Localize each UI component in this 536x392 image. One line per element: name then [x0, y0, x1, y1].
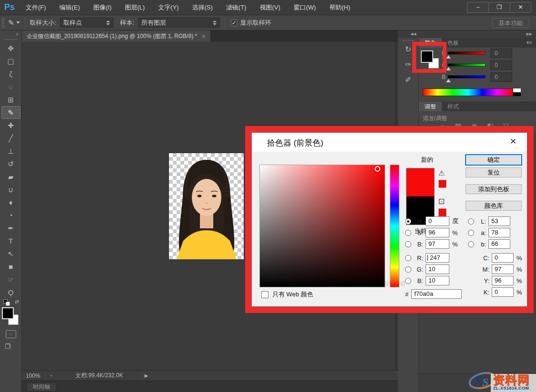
healing-brush-tool[interactable]: ✚	[1, 119, 20, 132]
hue-thumb-right-icon[interactable]	[401, 281, 404, 286]
quick-selection-tool[interactable]: ◌	[1, 80, 20, 93]
clone-source-panel-icon[interactable]: ✐	[400, 72, 417, 87]
pen-tool[interactable]: ✒	[1, 222, 20, 235]
close-tab-icon[interactable]: ×	[202, 33, 206, 40]
photo-canvas-image[interactable]	[169, 153, 244, 259]
color-field-marker-icon[interactable]	[375, 166, 380, 172]
options-grip[interactable]	[2, 18, 4, 28]
menu-item[interactable]: 选择(S)	[185, 0, 219, 15]
menu-item[interactable]: 视图(V)	[253, 0, 287, 15]
field-radio[interactable]	[405, 255, 411, 261]
collapse-panels-icon[interactable]: ◀◀	[410, 32, 416, 36]
panel-grip[interactable]	[403, 40, 414, 41]
timeline-tab[interactable]: 时间轴	[27, 382, 56, 392]
slider-track[interactable]	[447, 75, 486, 78]
hue-slider[interactable]	[390, 165, 399, 287]
slider-value[interactable]: 0	[490, 72, 512, 82]
foreground-color-swatch[interactable]	[2, 307, 14, 319]
collapse-toolbar-icon[interactable]: »	[0, 30, 21, 38]
field-input[interactable]: 66	[488, 239, 510, 249]
reset-button[interactable]: 复位	[466, 167, 522, 177]
minimize-button[interactable]: –	[467, 2, 488, 13]
field-input[interactable]: 53	[488, 216, 510, 226]
path-selection-tool[interactable]: ↖	[1, 247, 20, 260]
menu-item[interactable]: 滤镜(T)	[219, 0, 253, 15]
field-radio[interactable]	[405, 241, 411, 247]
sample-layers-dropdown[interactable]: 所有图层	[138, 18, 220, 28]
color-libraries-button[interactable]: 颜色库	[466, 201, 522, 211]
slider-thumb-icon[interactable]	[446, 55, 451, 59]
slider-track[interactable]	[447, 63, 486, 67]
field-input[interactable]: 0	[426, 216, 449, 226]
status-expand-icon[interactable]: ▶	[142, 373, 148, 378]
menu-item[interactable]: 文字(Y)	[151, 0, 185, 15]
field-input[interactable]: 0	[492, 287, 514, 297]
panel-tab[interactable]: 调整	[419, 102, 442, 111]
dialog-close-icon[interactable]: ✕	[510, 137, 516, 147]
field-input[interactable]: 96	[492, 276, 514, 285]
eyedropper-icon[interactable]: ✎	[8, 19, 14, 27]
screen-mode-button[interactable]: ❐	[5, 343, 11, 350]
type-tool[interactable]: T	[1, 235, 20, 247]
field-input[interactable]: 247	[426, 253, 449, 263]
crop-tool[interactable]: ⊞	[1, 93, 20, 106]
slider-value[interactable]: 0	[490, 60, 512, 70]
menu-item[interactable]: 图层(L)	[118, 0, 151, 15]
clone-stamp-tool[interactable]: ⊥	[1, 145, 20, 157]
expand-panels-icon[interactable]: ▶▶	[526, 32, 532, 36]
dodge-tool[interactable]: ◔	[1, 209, 20, 222]
menu-item[interactable]: 编辑(E)	[53, 0, 87, 15]
field-input[interactable]: 96	[426, 228, 449, 237]
lasso-tool[interactable]: ζ	[1, 68, 20, 80]
saturation-brightness-field[interactable]	[259, 165, 385, 287]
field-input[interactable]: 97	[426, 239, 449, 249]
hue-thumb-left-icon[interactable]	[386, 281, 389, 286]
workspace-button[interactable]: 基本功能	[492, 18, 529, 28]
slider-value[interactable]: 0	[490, 49, 512, 58]
quick-mask-button[interactable]: ◌	[6, 330, 16, 338]
swap-colors-icon[interactable]: ⇄	[15, 299, 19, 305]
eraser-tool[interactable]: ▰	[1, 170, 20, 183]
show-ring-checkbox[interactable]: ✓	[231, 20, 238, 26]
field-radio[interactable]	[405, 266, 411, 273]
web-cube-icon[interactable]: ⚀	[438, 197, 445, 206]
close-button[interactable]: ✕	[510, 2, 531, 13]
zoom-level[interactable]: 100%	[22, 372, 45, 379]
shape-tool[interactable]: ■	[1, 260, 20, 273]
field-input[interactable]: 97	[492, 265, 514, 274]
field-radio[interactable]	[468, 230, 474, 236]
field-input[interactable]: 10	[426, 265, 449, 274]
marquee-tool[interactable]: ▢	[1, 55, 20, 68]
panel-tab[interactable]: 样式	[442, 102, 465, 111]
slider-thumb-icon[interactable]	[446, 79, 451, 82]
web-only-checkbox[interactable]	[261, 291, 268, 298]
slider-track[interactable]	[447, 51, 486, 55]
tool-preset-caret-icon[interactable]	[16, 21, 20, 24]
field-input[interactable]: 10	[426, 276, 449, 285]
field-radio[interactable]	[405, 278, 411, 284]
move-tool[interactable]: ✥	[1, 42, 20, 55]
field-radio[interactable]	[405, 218, 411, 225]
slider-thumb-icon[interactable]	[446, 67, 451, 70]
field-radio[interactable]	[405, 230, 411, 236]
toolbar-grip[interactable]	[5, 39, 17, 40]
menu-item[interactable]: 窗口(W)	[287, 0, 323, 15]
hex-input[interactable]: f70a0a	[411, 289, 462, 299]
spectrum-endcaps[interactable]	[513, 88, 521, 96]
zoom-tool[interactable]: Ϙ	[1, 286, 20, 299]
menu-item[interactable]: 帮助(H)	[323, 0, 357, 15]
menu-item[interactable]: 图像(I)	[87, 0, 118, 15]
brush-tool[interactable]: ╱	[1, 132, 20, 145]
gamut-warning-icon[interactable]: ⚠	[438, 169, 445, 177]
ok-button[interactable]: 确定	[466, 155, 522, 165]
menu-item[interactable]: 文件(F)	[19, 0, 53, 15]
field-radio[interactable]	[468, 218, 474, 225]
document-tab[interactable]: 企业微信截图_20190819112654 (1).png @ 100% (图层…	[22, 30, 211, 42]
hand-tool[interactable]: ☞	[1, 273, 20, 286]
sample-size-dropdown[interactable]: 取样点	[60, 18, 113, 28]
add-to-swatches-button[interactable]: 添加到色板	[466, 184, 522, 194]
history-brush-tool[interactable]: ↺	[1, 157, 20, 170]
maximize-button[interactable]: ❐	[488, 2, 510, 13]
field-radio[interactable]	[468, 241, 474, 247]
paint-bucket-tool[interactable]: ∪	[1, 183, 20, 196]
